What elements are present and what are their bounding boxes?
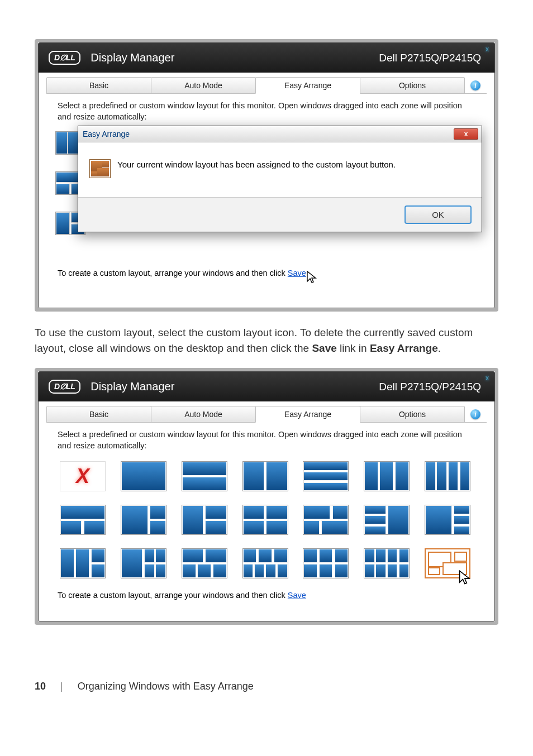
cursor-icon: [306, 270, 318, 286]
layout-grid: X: [60, 461, 473, 578]
tabs: Basic Auto Mode Easy Arrange Options i: [39, 77, 494, 94]
dialog-close-button[interactable]: x: [454, 128, 478, 140]
layout-thumbnail[interactable]: [303, 548, 349, 578]
tab-basic[interactable]: Basic: [46, 77, 151, 94]
monitor-name: Dell P2715Q/P2415Q: [379, 381, 481, 393]
cursor-icon: [458, 570, 473, 588]
custom-layout-icon: [89, 159, 111, 178]
tab-options[interactable]: Options: [360, 406, 465, 423]
window-close-icon[interactable]: x: [486, 374, 489, 382]
layout-thumbnail[interactable]: [182, 461, 227, 491]
titlebar: x D∅LL Display Manager Dell P2715Q/P2415…: [39, 43, 494, 73]
dialog-titlebar: Easy Arrange x: [78, 126, 482, 142]
dell-logo: D∅LL: [49, 380, 80, 394]
app-title: Display Manager: [91, 51, 379, 64]
layout-thumbnail[interactable]: [182, 548, 227, 578]
dialog-message: Your current window layout has been assi…: [117, 159, 396, 170]
easy-arrange-description: Select a predefined or custom window lay…: [58, 429, 475, 451]
ok-button[interactable]: OK: [404, 205, 472, 224]
save-link[interactable]: Save: [288, 591, 306, 600]
dell-logo: D∅LL: [49, 51, 80, 65]
layout-thumbnail[interactable]: [242, 548, 288, 578]
info-icon: i: [470, 409, 480, 419]
layout-thumbnail[interactable]: [425, 461, 470, 491]
layout-custom[interactable]: [425, 548, 470, 578]
tab-auto-mode[interactable]: Auto Mode: [151, 406, 256, 423]
tab-easy-arrange[interactable]: Easy Arrange: [255, 77, 360, 94]
section-title: Organizing Windows with Easy Arrange: [78, 681, 254, 692]
layout-thumbnail[interactable]: [121, 505, 166, 535]
layout-thumbnail[interactable]: [242, 461, 288, 491]
monitor-name: Dell P2715Q/P2415Q: [379, 52, 481, 64]
dialog-title: Easy Arrange: [83, 130, 130, 138]
titlebar: x D∅LL Display Manager Dell P2715Q/P2415…: [39, 372, 494, 401]
tab-easy-arrange[interactable]: Easy Arrange: [255, 406, 360, 423]
tab-options[interactable]: Options: [360, 77, 465, 94]
layout-thumbnail[interactable]: [121, 548, 166, 578]
confirmation-dialog: Easy Arrange x Your current window layou…: [78, 126, 482, 232]
separator: |: [60, 681, 63, 692]
info-button[interactable]: i: [464, 406, 487, 423]
page-number: 10: [35, 681, 46, 692]
create-custom-hint: To create a custom layout, arrange your …: [58, 591, 475, 600]
layout-thumbnail[interactable]: [60, 505, 106, 535]
app-title: Display Manager: [91, 380, 379, 393]
window-close-icon[interactable]: x: [486, 45, 489, 53]
instruction-paragraph: To use the custom layout, select the cus…: [35, 325, 498, 356]
layout-thumbnail[interactable]: [425, 505, 470, 535]
layout-thumbnail[interactable]: [364, 548, 410, 578]
info-button[interactable]: i: [464, 77, 487, 94]
layout-thumbnail[interactable]: [303, 505, 349, 535]
layout-thumbnail[interactable]: [303, 461, 349, 491]
easy-arrange-description: Select a predefined or custom window lay…: [58, 101, 475, 122]
tab-auto-mode[interactable]: Auto Mode: [151, 77, 256, 94]
layout-thumbnail[interactable]: [60, 548, 106, 578]
tabs: Basic Auto Mode Easy Arrange Options i: [39, 406, 494, 423]
layout-none[interactable]: X: [60, 461, 106, 491]
display-manager-window-2: x D∅LL Display Manager Dell P2715Q/P2415…: [35, 368, 498, 625]
info-icon: i: [470, 80, 480, 90]
save-link[interactable]: Save: [288, 269, 306, 277]
layout-thumbnail[interactable]: [364, 505, 410, 535]
layout-thumbnail[interactable]: [121, 461, 166, 491]
page-footer: 10 | Organizing Windows with Easy Arrang…: [35, 681, 498, 692]
layout-thumbnail[interactable]: [182, 505, 227, 535]
create-custom-hint: To create a custom layout, arrange your …: [58, 269, 475, 286]
tab-basic[interactable]: Basic: [46, 406, 151, 423]
display-manager-window-1: x D∅LL Display Manager Dell P2715Q/P2415…: [35, 39, 498, 312]
x-icon: X: [76, 465, 89, 488]
layout-thumbnail[interactable]: [242, 505, 288, 535]
layout-thumbnail[interactable]: [364, 461, 410, 491]
